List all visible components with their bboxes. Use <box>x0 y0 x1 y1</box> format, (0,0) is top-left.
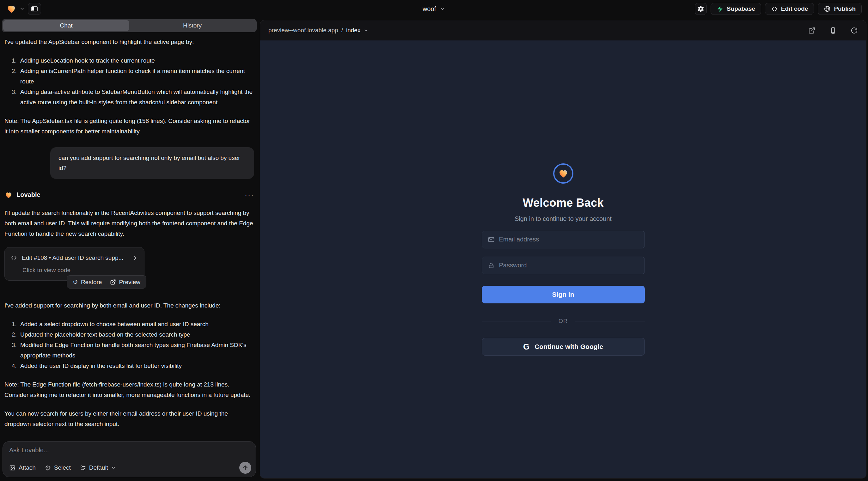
list-item: Modified the Edge Function to handle bot… <box>18 340 254 361</box>
lovable-logo-heart-icon[interactable] <box>6 4 17 14</box>
assistant-list: Added a select dropdown to choose betwee… <box>4 319 254 371</box>
top-bar: woof Supabase Edit code Publish <box>0 0 868 18</box>
assistant-paragraph: I've updated the AppSidebar component to… <box>4 37 254 47</box>
refresh-icon <box>850 27 858 34</box>
restore-button[interactable]: ↺ Restore <box>73 277 102 287</box>
arrow-up-icon <box>242 464 248 471</box>
sliders-icon <box>80 464 86 471</box>
continue-with-google-button[interactable]: G Continue with Google <box>482 338 645 356</box>
restore-icon: ↺ <box>73 279 78 285</box>
lock-icon <box>488 262 495 269</box>
supabase-button[interactable]: Supabase <box>711 3 761 15</box>
external-link-icon <box>808 27 815 34</box>
email-field[interactable]: Email address <box>482 231 645 248</box>
gear-icon <box>697 5 705 13</box>
list-item: Adding useLocation hook to track the cur… <box>18 55 254 66</box>
chevron-down-icon <box>111 465 116 470</box>
preview-iframe: Welcome Back Sign in to continue to your… <box>260 40 866 478</box>
tab-history[interactable]: History <box>129 20 255 31</box>
send-button[interactable] <box>239 462 251 474</box>
assistant-list: Adding useLocation hook to track the cur… <box>4 55 254 107</box>
project-chevron-down-icon <box>440 6 445 12</box>
sign-in-button[interactable]: Sign in <box>482 286 645 303</box>
project-switcher[interactable]: woof <box>423 0 445 18</box>
assistant-paragraph: I've added support for searching by both… <box>4 300 254 311</box>
chat-scroll-area[interactable]: I've updated the AppSidebar component to… <box>2 32 257 436</box>
composer-input[interactable]: Ask Lovable... <box>9 447 249 454</box>
lovable-app: woof Supabase Edit code Publish <box>0 0 868 481</box>
assistant-paragraph: You can now search for users by either t… <box>4 408 254 429</box>
preview-url-selector[interactable]: preview--woof.lovable.app / index <box>268 27 368 34</box>
list-item: Added the user ID display in the results… <box>18 361 254 371</box>
mail-icon <box>488 236 495 243</box>
globe-icon <box>824 5 831 12</box>
attach-image-icon <box>9 464 16 471</box>
page-subtitle: Sign in to continue to your account <box>515 215 612 223</box>
select-element-button[interactable]: Select <box>44 464 71 471</box>
refresh-button[interactable] <box>850 27 858 34</box>
publish-button[interactable]: Publish <box>818 3 862 15</box>
message-menu-dots-icon[interactable]: ··· <box>245 191 254 199</box>
list-item: Adding an isCurrentPath helper function … <box>18 66 254 87</box>
tab-chat[interactable]: Chat <box>3 20 129 31</box>
code-icon <box>771 5 778 12</box>
assistant-note: Note: The Edge Function file (fetch-fire… <box>4 379 254 400</box>
edit-card-actions: ↺ Restore Preview <box>67 275 146 289</box>
preview-page: index <box>346 27 360 34</box>
password-field[interactable]: Password <box>482 257 645 274</box>
edit-card-subtitle: Click to view code <box>23 265 138 275</box>
user-message-bubble: can you add support for searching not on… <box>50 147 254 179</box>
edit-card-title: Edit #108 • Add user ID search supp... <box>22 253 128 263</box>
supabase-bolt-icon <box>717 5 723 12</box>
assistant-note: Note: The AppSidebar.tsx file is getting… <box>4 116 254 136</box>
composer: Ask Lovable... Attach Select Default <box>3 441 256 477</box>
assistant-message-header: Lovable ··· <box>4 190 254 200</box>
preview-button[interactable]: Preview <box>110 277 141 287</box>
edit-code-button[interactable]: Edit code <box>765 3 814 15</box>
code-icon <box>10 254 18 261</box>
attach-button[interactable]: Attach <box>9 464 36 471</box>
toggle-sidebar-button[interactable] <box>28 3 41 15</box>
list-item: Adding data-active attribute to SidebarM… <box>18 87 254 107</box>
smartphone-icon <box>830 27 837 34</box>
lovable-heart-icon <box>4 191 17 199</box>
settings-button[interactable] <box>695 3 707 15</box>
list-item: Added a select dropdown to choose betwee… <box>18 319 254 329</box>
preview-panel: preview--woof.lovable.app / index <box>260 20 866 478</box>
google-g-icon: G <box>523 343 529 351</box>
list-item: Updated the placeholder text based on th… <box>18 329 254 340</box>
page-title: Welcome Back <box>523 196 604 210</box>
preview-header: preview--woof.lovable.app / index <box>260 20 866 40</box>
mobile-view-button[interactable] <box>830 27 837 34</box>
project-menu-chevron-icon[interactable] <box>20 6 25 11</box>
assistant-paragraph: I'll update the search functionality in … <box>4 207 254 239</box>
preview-url: preview--woof.lovable.app <box>268 27 338 34</box>
assistant-name: Lovable <box>17 190 40 200</box>
chat-history-tabs: Chat History <box>2 19 257 32</box>
app-logo <box>553 163 574 184</box>
external-link-icon <box>110 279 116 285</box>
project-name: woof <box>423 5 436 13</box>
chat-panel: Chat History I've updated the AppSidebar… <box>0 18 258 481</box>
chevron-down-icon <box>364 28 368 33</box>
heart-icon <box>558 168 569 179</box>
select-target-icon <box>44 464 51 471</box>
or-divider: OR <box>482 318 645 325</box>
signin-card: Welcome Back Sign in to continue to your… <box>482 163 645 356</box>
open-in-new-tab-button[interactable] <box>808 27 815 34</box>
mode-selector[interactable]: Default <box>80 464 116 471</box>
chevron-right-icon <box>132 255 138 261</box>
